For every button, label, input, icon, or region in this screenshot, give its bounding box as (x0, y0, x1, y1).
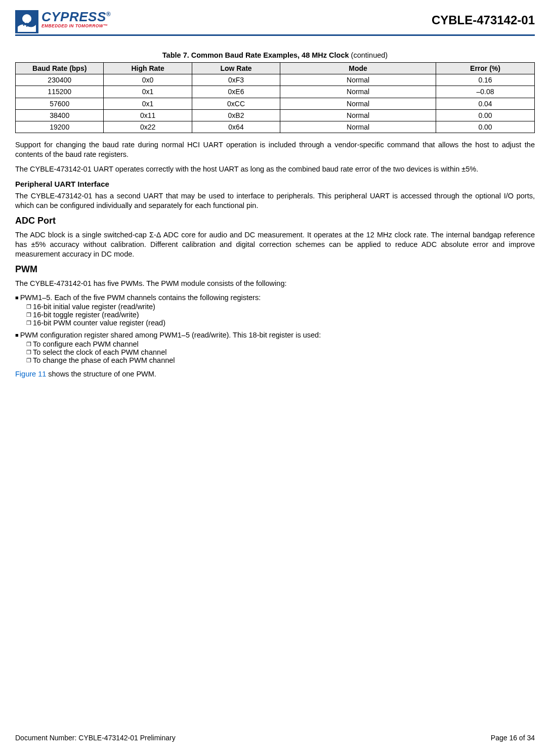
table-cell: Normal (280, 86, 436, 98)
col-baud: Baud Rate (bps) (16, 63, 104, 74)
table-cell: Normal (280, 74, 436, 86)
col-error: Error (%) (436, 63, 535, 74)
page-number: Page 16 of 34 (491, 734, 535, 742)
paragraph: The CYBLE-473142-01 has five PWMs. The P… (15, 279, 535, 288)
col-mode: Mode (280, 63, 436, 74)
table-cell: 0xE6 (192, 86, 280, 98)
logo-wordmark: CYPRESS® (41, 10, 111, 23)
table-cell: 0x64 (192, 121, 280, 133)
col-high: High Rate (104, 63, 192, 74)
section-adc-port: ADC Port (15, 216, 535, 226)
table-row: 192000x220x64Normal0.00 (16, 121, 535, 133)
paragraph: The CYBLE-473142-01 has a second UART th… (15, 191, 535, 211)
table-cell: 19200 (16, 121, 104, 133)
sub-list-item: 16-bit initial value register (read/writ… (26, 303, 535, 311)
sub-list-item: 16-bit PWM counter value register (read) (26, 319, 535, 327)
baud-rate-table: Baud Rate (bps) High Rate Low Rate Mode … (15, 62, 535, 133)
table-cell: 0x1 (104, 98, 192, 109)
logo-tagline: EMBEDDED IN TOMORROW™ (41, 23, 111, 28)
col-low: Low Rate (192, 63, 280, 74)
table-caption: Table 7. Common Baud Rate Examples, 48 M… (15, 51, 535, 59)
table-cell: 38400 (16, 109, 104, 121)
table-cell: Normal (280, 98, 436, 109)
sub-list-item: To change the phase of each PWM channel (26, 356, 535, 364)
table-cell: Normal (280, 121, 436, 133)
sub-list-item: To configure each PWM channel (26, 340, 535, 348)
paragraph: The CYBLE-473142-01 UART operates correc… (15, 164, 535, 174)
paragraph: The ADC block is a single switched-cap Σ… (15, 230, 535, 259)
table-cell: 0xCC (192, 98, 280, 109)
sub-list-item: To select the clock of each PWM channel (26, 348, 535, 356)
table-cell: 0x22 (104, 121, 192, 133)
doc-number: Document Number: CYBLE-473142-01 Prelimi… (15, 734, 176, 742)
table-cell: 230400 (16, 74, 104, 86)
table-cell: –0.08 (436, 86, 535, 98)
table-cell: 0x11 (104, 109, 192, 121)
list-item: PWM1–5. Each of the five PWM channels co… (15, 293, 535, 327)
table-row: 576000x10xCCNormal0.04 (16, 98, 535, 109)
table-cell: 115200 (16, 86, 104, 98)
table-cell: 0.16 (436, 74, 535, 86)
figure-reference: Figure 11 shows the structure of one PWM… (15, 369, 535, 379)
section-pwm: PWM (15, 264, 535, 275)
page-header: CYPRESS® EMBEDDED IN TOMORROW™ CYBLE-473… (15, 10, 535, 36)
table-row: 1152000x10xE6Normal–0.08 (16, 86, 535, 98)
page-footer: Document Number: CYBLE-473142-01 Prelimi… (15, 734, 535, 742)
table-header-row: Baud Rate (bps) High Rate Low Rate Mode … (16, 63, 535, 74)
table-cell: 0xF3 (192, 74, 280, 86)
table-cell: 57600 (16, 98, 104, 109)
table-cell: 0.00 (436, 109, 535, 121)
table-cell: 0x0 (104, 74, 192, 86)
list-item: PWM configuration register shared among … (15, 331, 535, 364)
paragraph: Support for changing the baud rate durin… (15, 140, 535, 159)
document-title: CYBLE-473142-01 (432, 13, 535, 27)
subheading-peripheral-uart: Peripheral UART Interface (15, 180, 535, 188)
table-cell: 0xB2 (192, 109, 280, 121)
table-cell: 0.00 (436, 121, 535, 133)
sub-list-item: 16-bit toggle register (read/write) (26, 311, 535, 319)
figure-link[interactable]: Figure 11 (15, 370, 46, 378)
table-cell: 0.04 (436, 98, 535, 109)
table-row: 384000x110xB2Normal0.00 (16, 109, 535, 121)
table-cell: Normal (280, 109, 436, 121)
table-cell: 0x1 (104, 86, 192, 98)
logo-mark-icon (15, 10, 38, 33)
brand-logo: CYPRESS® EMBEDDED IN TOMORROW™ (15, 10, 111, 33)
table-row: 2304000x00xF3Normal0.16 (16, 74, 535, 86)
